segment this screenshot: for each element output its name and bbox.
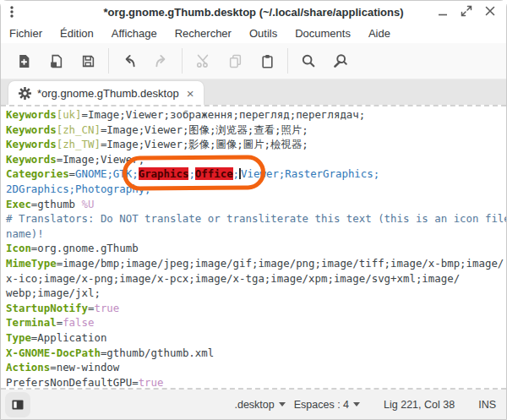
tab-close-icon[interactable]: × <box>185 87 196 100</box>
tab-gthumb-desktop[interactable]: *org.gnome.gThumb.desktop × <box>8 81 204 105</box>
code-line: Terminal=false <box>6 315 506 330</box>
code-line: Keywords[zh_TW]=Image;Viewer;影像;圖像;圖片;檢視… <box>6 137 506 152</box>
code-line: Keywords[uk]=Image;Viewer;зображення;пер… <box>6 107 506 123</box>
code-line: # Translators: Do NOT translate or trans… <box>6 211 506 226</box>
code-line: X-GNOME-DocPath=gthumb/gthumb.xml <box>6 346 506 361</box>
code-line: Icon=org.gnome.gThumb <box>6 241 506 256</box>
code-line: Actions=new-window <box>6 360 506 375</box>
menu-edition[interactable]: Édition <box>60 27 94 40</box>
gedit-window: *org.gnome.gThumb.desktop (~/.local/shar… <box>0 0 507 420</box>
menu-outils[interactable]: Outils <box>249 27 277 40</box>
menubar: FichierÉditionAffichageRechercherOutilsD… <box>1 23 506 43</box>
copy-button <box>219 46 251 75</box>
code-line: StartupNotify=true <box>6 301 506 316</box>
code-line: MimeType=image/bmp;image/jpeg;image/gif;… <box>6 256 506 271</box>
code-line: PrefersNonDefaultGPU=true <box>6 375 506 390</box>
search-match-highlight: Graphics <box>139 167 189 180</box>
language-selector[interactable]: .desktop <box>234 399 285 411</box>
code-line: Exec=gthumb %U <box>6 197 506 212</box>
paste-button[interactable] <box>251 46 283 75</box>
side-panel-toggle[interactable] <box>5 392 30 417</box>
menu-fichier[interactable]: Fichier <box>9 27 42 40</box>
save-document-button[interactable] <box>72 46 104 75</box>
titlebar: *org.gnome.gThumb.desktop (~/.local/shar… <box>1 1 506 23</box>
menu-aide[interactable]: Aide <box>368 27 390 40</box>
window-title: *org.gnome.gThumb.desktop (~/.local/shar… <box>103 6 403 19</box>
redo-button <box>145 46 177 75</box>
statusbar-right: .desktop Espaces : 4 Lig 221, Col 38 INS <box>234 399 496 411</box>
input-mode-indicator[interactable]: INS <box>478 399 496 411</box>
cursor-position[interactable]: Lig 221, Col 38 <box>384 399 455 411</box>
chevron-down-icon <box>353 402 360 406</box>
toolbar <box>1 43 506 79</box>
tab-width-value: Espaces : 4 <box>294 399 349 411</box>
tab-width-selector[interactable]: Espaces : 4 <box>294 399 360 411</box>
toolbar-separator <box>182 48 183 74</box>
code-line: Keywords[zh_CN]=Image;Viewer;图像;浏览器;查看;照… <box>6 123 506 138</box>
menu-documents[interactable]: Documents <box>295 27 351 40</box>
tab-label: *org.gnome.gThumb.desktop <box>37 87 179 100</box>
code-line: 2DGraphics;Photography; <box>6 182 506 197</box>
search-match-highlight: Office <box>195 167 233 180</box>
window-controls <box>435 4 506 19</box>
menu-affichage[interactable]: Affichage <box>112 27 157 40</box>
code-line: x-ico;image/x-png;image/x-pcx;image/x-tg… <box>6 271 506 286</box>
chevron-down-icon <box>279 402 286 406</box>
language-selector-value: .desktop <box>234 399 274 411</box>
toolbar-separator <box>108 48 109 74</box>
restore-button[interactable] <box>459 4 474 19</box>
search-icon[interactable] <box>292 46 324 75</box>
open-document-button[interactable] <box>40 46 72 75</box>
text-editor[interactable]: Keywords[uk]=Image;Viewer;зображення;пер… <box>1 105 506 390</box>
statusbar: .desktop Espaces : 4 Lig 221, Col 38 INS <box>1 390 506 419</box>
code-line: Type=Application <box>6 330 506 346</box>
code-line: name)! <box>6 226 506 242</box>
code-line: Keywords=Image;Viewer; <box>6 152 506 167</box>
close-icon[interactable] <box>482 4 498 19</box>
tab-bar: *org.gnome.gThumb.desktop × <box>1 79 506 105</box>
gear-icon <box>19 87 31 100</box>
menu-rechercher[interactable]: Rechercher <box>175 27 232 40</box>
cut-button <box>187 46 219 75</box>
undo-button[interactable] <box>113 46 145 75</box>
minimize-button[interactable] <box>435 4 450 19</box>
new-document-button[interactable] <box>8 46 40 75</box>
code-line: Categories=GNOME;GTK;Graphics;Office;Vie… <box>6 166 506 182</box>
toolbar-separator <box>287 48 288 74</box>
code-line: webp;image/jxl; <box>6 286 506 301</box>
kebab-menu-icon[interactable] <box>1 5 23 19</box>
find-replace-icon[interactable] <box>324 46 357 75</box>
